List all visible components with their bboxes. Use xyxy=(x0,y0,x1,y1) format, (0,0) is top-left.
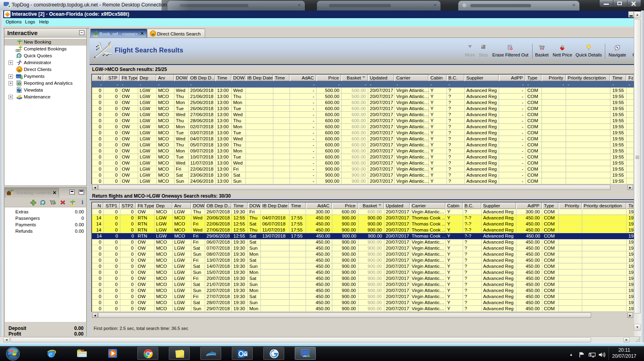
svg-text:$: $ xyxy=(20,75,23,80)
svg-text:i: i xyxy=(82,199,83,205)
